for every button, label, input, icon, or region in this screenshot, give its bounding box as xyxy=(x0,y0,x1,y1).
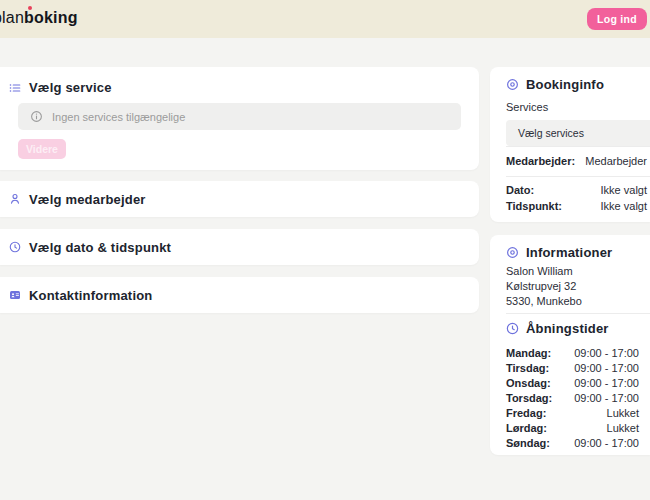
list-icon xyxy=(9,82,21,94)
opening-hours-header: Åbningstider xyxy=(490,321,609,336)
booking-row-time: Tidspunkt: Ikke valgt xyxy=(490,199,650,213)
choose-employee-card[interactable]: Vælg medarbejder xyxy=(0,181,479,217)
logo-bold-start: bo xyxy=(24,9,44,26)
booking-row-value: Ikke valgt xyxy=(601,184,647,196)
id-card-icon xyxy=(9,289,21,301)
choose-service-card: Vælg service Ingen services tilgængelige… xyxy=(0,67,479,170)
hours-value: Lukket xyxy=(607,422,639,434)
booking-info-panel: Bookinginfo Services Vælg services Medar… xyxy=(490,67,650,222)
hours-value: 09:00 - 17:00 xyxy=(574,347,639,359)
hours-day: Fredag: xyxy=(506,407,546,419)
planbooking-logo[interactable]: planboking xyxy=(0,9,78,27)
divider xyxy=(506,313,650,314)
booking-page: planboking Log ind Vælg service Ingen se… xyxy=(0,0,650,500)
choose-datetime-header: Vælg dato & tidspunkt xyxy=(0,240,171,255)
hours-value: 09:00 - 17:00 xyxy=(574,377,639,389)
login-button[interactable]: Log ind xyxy=(587,8,647,30)
hours-row-saturday: Lørdag: Lukket xyxy=(490,420,650,435)
booking-row-employee: Medarbejder: Medarbejder xyxy=(490,154,650,168)
opening-hours-title: Åbningstider xyxy=(526,321,609,336)
hours-day: Mandag: xyxy=(506,347,551,359)
target-icon xyxy=(506,246,519,259)
salon-street: Kølstrupvej 32 xyxy=(506,279,582,294)
hours-row-sunday: Søndag: 09:00 - 17:00 xyxy=(490,435,650,450)
choose-service-header: Vælg service xyxy=(0,80,112,95)
no-services-notice: Ingen services tilgængelige xyxy=(18,103,461,130)
information-header: Informationer xyxy=(490,245,612,260)
information-panel: Informationer Salon William Kølstrupvej … xyxy=(490,235,650,455)
booking-row-date: Dato: Ikke valgt xyxy=(490,183,650,197)
hours-row-tuesday: Tirsdag: 09:00 - 17:00 xyxy=(490,360,650,375)
hours-day: Søndag: xyxy=(506,437,550,449)
information-title: Informationer xyxy=(526,245,612,260)
salon-address: Salon William Kølstrupvej 32 5330, Munke… xyxy=(506,264,582,310)
hours-row-friday: Fredag: Lukket xyxy=(490,405,650,420)
hours-day: Lørdag: xyxy=(506,422,547,434)
services-label: Services xyxy=(506,101,548,113)
top-header: planboking Log ind xyxy=(0,0,650,38)
hours-value: Lukket xyxy=(607,407,639,419)
no-services-message: Ingen services tilgængelige xyxy=(52,111,185,123)
hours-row-wednesday: Onsdag: 09:00 - 17:00 xyxy=(490,375,650,390)
divider xyxy=(506,146,650,147)
divider xyxy=(506,176,650,177)
choose-service-title: Vælg service xyxy=(29,80,112,95)
logo-bold-end: king xyxy=(44,9,78,26)
clock-icon xyxy=(506,322,519,335)
choose-employee-title: Vælg medarbejder xyxy=(29,192,146,207)
booking-row-value: Medarbejder xyxy=(585,155,647,167)
booking-row-label: Medarbejder: xyxy=(506,155,575,167)
salon-name: Salon William xyxy=(506,264,582,279)
logo-plain-part: plan xyxy=(0,9,24,26)
services-select[interactable]: Vælg services xyxy=(506,120,650,146)
person-icon xyxy=(9,193,21,205)
choose-datetime-title: Vælg dato & tidspunkt xyxy=(29,240,171,255)
hours-day: Onsdag: xyxy=(506,377,551,389)
target-icon xyxy=(506,78,519,91)
booking-info-title: Bookinginfo xyxy=(526,77,604,92)
booking-row-value: Ikke valgt xyxy=(601,200,647,212)
hours-value: 09:00 - 17:00 xyxy=(574,362,639,374)
salon-city: 5330, Munkebo xyxy=(506,294,582,309)
choose-employee-header: Vælg medarbejder xyxy=(0,192,146,207)
hours-value: 09:00 - 17:00 xyxy=(574,392,639,404)
continue-button[interactable]: Videre xyxy=(18,139,66,159)
clock-icon xyxy=(9,241,21,253)
hours-row-thursday: Torsdag: 09:00 - 17:00 xyxy=(490,390,650,405)
booking-row-label: Tidspunkt: xyxy=(506,200,562,212)
contact-info-header: Kontaktinformation xyxy=(0,288,152,303)
hours-value: 09:00 - 17:00 xyxy=(574,437,639,449)
booking-info-header: Bookinginfo xyxy=(490,77,604,92)
hours-day: Tirsdag: xyxy=(506,362,549,374)
contact-info-card[interactable]: Kontaktinformation xyxy=(0,277,479,313)
contact-info-title: Kontaktinformation xyxy=(29,288,152,303)
hours-row-monday: Mandag: 09:00 - 17:00 xyxy=(490,345,650,360)
booking-row-label: Dato: xyxy=(506,184,534,196)
info-icon xyxy=(30,110,43,123)
choose-datetime-card[interactable]: Vælg dato & tidspunkt xyxy=(0,229,479,265)
hours-day: Torsdag: xyxy=(506,392,552,404)
